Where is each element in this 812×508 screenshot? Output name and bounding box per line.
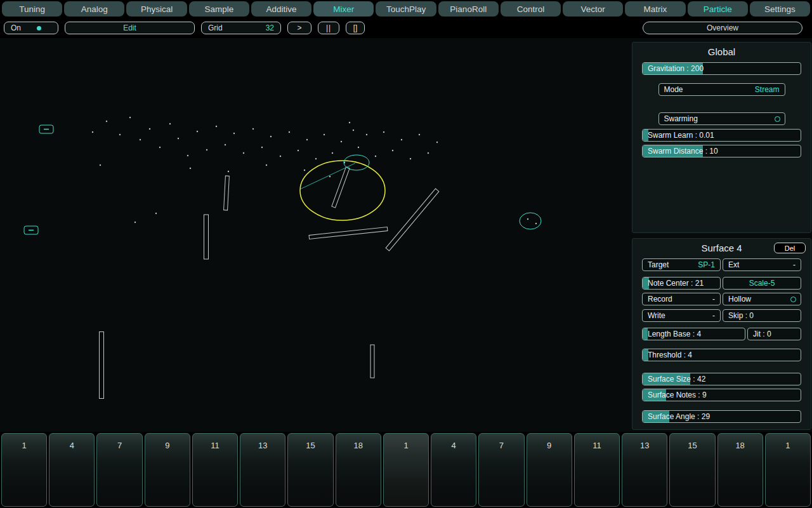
tab-physical[interactable]: Physical — [126, 1, 187, 17]
edit-button[interactable]: Edit — [65, 22, 195, 34]
param-label: Hollow — [723, 295, 751, 304]
pad-10[interactable]: 4 — [431, 433, 476, 507]
pause-button[interactable]: || — [318, 22, 339, 34]
param-hollow[interactable]: Hollow — [723, 293, 801, 305]
particle-dot — [140, 139, 141, 140]
tab-additive[interactable]: Additive — [251, 1, 311, 17]
tab-matrix[interactable]: Matrix — [625, 1, 685, 17]
pad-2[interactable]: 4 — [49, 433, 95, 507]
param-mode[interactable]: ModeStream — [658, 83, 785, 96]
param-write[interactable]: Write- — [642, 309, 721, 322]
pad-15[interactable]: 15 — [669, 433, 715, 507]
frame-button[interactable]: [] — [346, 22, 365, 34]
toolbar: On Edit Grid 32 > || [] Overview — [0, 18, 812, 38]
grid-control[interactable]: Grid 32 — [201, 22, 281, 34]
pad-1[interactable]: 1 — [1, 433, 47, 507]
orbit-ellipse[interactable] — [300, 161, 385, 220]
particle-field-svg — [0, 38, 631, 432]
surface-panel: Surface 4 Del TargetSP-1Ext-Note Center … — [632, 238, 811, 430]
param-record[interactable]: Record- — [642, 293, 721, 305]
tab-sample[interactable]: Sample — [189, 1, 249, 17]
delete-surface-button[interactable]: Del — [774, 243, 806, 253]
param-label: Note Center : 21 — [643, 279, 704, 288]
pad-16[interactable]: 18 — [717, 433, 763, 507]
pad-label: 7 — [97, 441, 141, 450]
tab-particle[interactable]: Particle — [688, 1, 748, 17]
param-swarm-learn-0-01[interactable]: Swarm Learn : 0.01 — [642, 129, 801, 142]
tab-vector[interactable]: Vector — [563, 1, 623, 17]
pad-17[interactable]: 1 — [765, 433, 811, 507]
pad-14[interactable]: 13 — [622, 433, 667, 507]
param-label: Length Base : 4 — [643, 330, 701, 338]
surface-marker-group — [39, 125, 53, 133]
param-surface-angle-29[interactable]: Surface Angle : 29 — [642, 410, 801, 423]
param-row: Swarming — [642, 112, 801, 125]
pad-label: 18 — [336, 441, 381, 450]
pad-12[interactable]: 9 — [527, 433, 572, 507]
param-row: Length Base : 4Jit : 0 — [642, 328, 801, 340]
param-note-center-21[interactable]: Note Center : 21 — [642, 277, 721, 290]
on-toggle[interactable]: On — [4, 22, 58, 34]
tab-pianoroll[interactable]: PianoRoll — [438, 1, 499, 17]
pad-6[interactable]: 13 — [240, 433, 285, 507]
param-skip-0[interactable]: Skip : 0 — [723, 309, 801, 322]
surface-bar[interactable] — [100, 332, 104, 399]
pad-row: 1479111315181479111315181 — [0, 432, 812, 508]
param-jit-0[interactable]: Jit : 0 — [747, 328, 801, 340]
param-label: Surface Size : 42 — [643, 375, 705, 384]
surface-bar[interactable] — [309, 227, 388, 239]
pad-label: 15 — [288, 441, 332, 450]
param-surface-size-42[interactable]: Surface Size : 42 — [642, 373, 801, 385]
param-target[interactable]: TargetSP-1 — [642, 258, 721, 271]
orbit-ellipse[interactable] — [520, 213, 541, 229]
param-swarm-distance-10[interactable]: Swarm Distance : 10 — [642, 145, 801, 157]
param-swarming[interactable]: Swarming — [658, 112, 785, 125]
particle-dot — [358, 147, 359, 148]
pad-4[interactable]: 9 — [145, 433, 190, 507]
pad-label: 1 — [384, 441, 428, 450]
param-scale-5[interactable]: Scale-5 — [723, 277, 801, 290]
param-threshold-4[interactable]: Threshold : 4 — [642, 349, 801, 361]
step-forward-button[interactable]: > — [287, 22, 311, 34]
tab-touchplay[interactable]: TouchPlay — [376, 1, 436, 17]
particle-dot — [527, 218, 528, 220]
param-surface-notes-9[interactable]: Surface Notes : 9 — [642, 389, 801, 401]
tab-analog[interactable]: Analog — [64, 1, 124, 17]
pad-5[interactable]: 11 — [192, 433, 238, 507]
tab-control[interactable]: Control — [501, 1, 561, 17]
particle-dot — [329, 176, 331, 177]
param-gravitation-200[interactable]: Gravitation : 200 — [642, 62, 801, 75]
surface-bar-group — [309, 227, 388, 239]
pad-label: 15 — [670, 441, 714, 450]
pad-3[interactable]: 7 — [96, 433, 142, 507]
particle-dot — [366, 134, 367, 135]
grid-value: 32 — [266, 23, 274, 32]
tab-settings[interactable]: Settings — [750, 1, 810, 17]
pad-label: 11 — [193, 441, 237, 450]
surface-bar[interactable] — [386, 189, 439, 251]
particle-dot — [216, 126, 217, 127]
pad-label: 1 — [766, 441, 810, 450]
surface-bar[interactable] — [370, 345, 374, 378]
tab-mixer[interactable]: Mixer — [313, 1, 374, 17]
surface-bar-group — [370, 345, 374, 378]
pad-7[interactable]: 15 — [287, 433, 333, 507]
param-label: Threshold : 4 — [643, 351, 692, 359]
surface-bar[interactable] — [224, 176, 230, 210]
param-row: Record-Hollow — [642, 293, 801, 305]
pad-11[interactable]: 7 — [478, 433, 524, 507]
particle-canvas[interactable] — [0, 38, 631, 432]
pad-8[interactable]: 18 — [336, 433, 381, 507]
particle-dot — [419, 134, 420, 135]
pad-13[interactable]: 11 — [574, 433, 620, 507]
param-label: Target — [643, 260, 669, 269]
tab-tuning[interactable]: Tuning — [2, 1, 62, 17]
param-ext[interactable]: Ext- — [723, 258, 801, 271]
param-length-base-4[interactable]: Length Base : 4 — [642, 328, 745, 340]
surface-params: TargetSP-1Ext-Note Center : 21Scale-5Rec… — [642, 258, 801, 423]
overview-button[interactable]: Overview — [643, 22, 802, 34]
param-row: Surface Angle : 29 — [642, 410, 801, 423]
surface-bar[interactable] — [204, 215, 209, 259]
pad-9[interactable]: 1 — [383, 433, 429, 507]
selector-ring-icon — [775, 116, 780, 122]
